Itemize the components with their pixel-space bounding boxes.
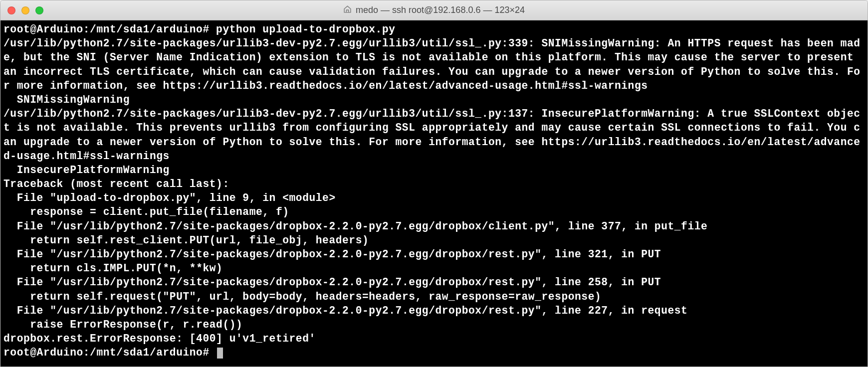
cursor xyxy=(217,348,223,359)
terminal-output: root@Arduino:/mnt/sda1/arduino# python u… xyxy=(3,23,861,345)
zoom-button[interactable] xyxy=(35,6,43,14)
titlebar: medo — ssh root@192.168.0.6 — 123×24 xyxy=(0,0,868,20)
terminal-window: medo — ssh root@192.168.0.6 — 123×24 roo… xyxy=(0,0,868,367)
window-title: medo — ssh root@192.168.0.6 — 123×24 xyxy=(356,5,525,15)
close-button[interactable] xyxy=(7,6,15,14)
traffic-lights xyxy=(0,6,43,14)
minimize-button[interactable] xyxy=(21,6,29,14)
home-icon xyxy=(343,5,352,16)
terminal-body[interactable]: root@Arduino:/mnt/sda1/arduino# python u… xyxy=(0,20,868,367)
window-title-wrap: medo — ssh root@192.168.0.6 — 123×24 xyxy=(0,5,868,16)
shell-prompt: root@Arduino:/mnt/sda1/arduino# xyxy=(3,347,216,359)
